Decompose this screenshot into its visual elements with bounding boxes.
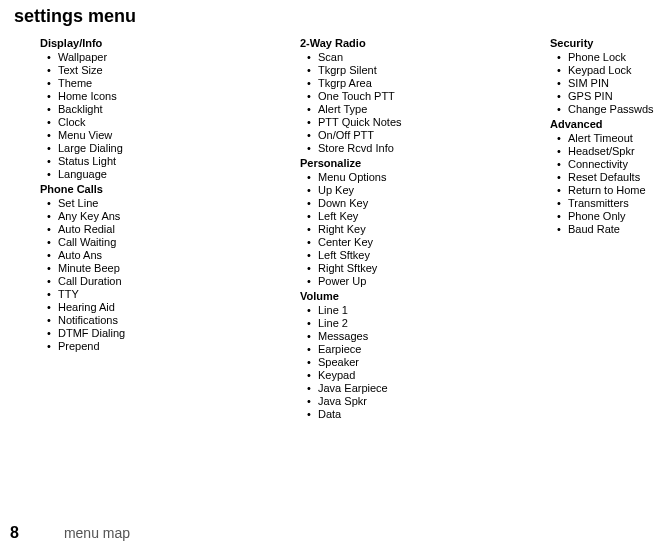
- list-item: Right Sftkey: [318, 262, 550, 275]
- list-item: Java Spkr: [318, 395, 550, 408]
- list-item: Phone Only: [568, 210, 663, 223]
- list-item: Hearing Aid: [58, 301, 290, 314]
- list-item: Tkgrp Silent: [318, 64, 550, 77]
- list-item: Set Line: [58, 197, 290, 210]
- list-item: Return to Home: [568, 184, 663, 197]
- list-item: Transmitters: [568, 197, 663, 210]
- list-item: Any Key Ans: [58, 210, 290, 223]
- list-item: Speaker: [318, 356, 550, 369]
- list-item: Headset/Spkr: [568, 145, 663, 158]
- list-item: Status Light: [58, 155, 290, 168]
- section-heading: Phone Calls: [40, 183, 290, 195]
- page-title: settings menu: [14, 6, 653, 27]
- list-item: Alert Timeout: [568, 132, 663, 145]
- list-item: Right Key: [318, 223, 550, 236]
- list-item: Clock: [58, 116, 290, 129]
- list-item: Keypad Lock: [568, 64, 663, 77]
- list-item: Java Earpiece: [318, 382, 550, 395]
- list-item: Menu Options: [318, 171, 550, 184]
- list-item: Phone Lock: [568, 51, 663, 64]
- list-item: Down Key: [318, 197, 550, 210]
- list-item: Notifications: [58, 314, 290, 327]
- list-item: Messages: [318, 330, 550, 343]
- list-item: PTT Quick Notes: [318, 116, 550, 129]
- list-item: Scan: [318, 51, 550, 64]
- list-item: TTY: [58, 288, 290, 301]
- list-item: Menu View: [58, 129, 290, 142]
- list-item: Backlight: [58, 103, 290, 116]
- section-heading: Security: [550, 37, 663, 49]
- list-item: Wallpaper: [58, 51, 290, 64]
- list-item: One Touch PTT: [318, 90, 550, 103]
- list-item: Up Key: [318, 184, 550, 197]
- list-item: Left Key: [318, 210, 550, 223]
- list-item: Large Dialing: [58, 142, 290, 155]
- list-item: Connectivity: [568, 158, 663, 171]
- list-item: Line 1: [318, 304, 550, 317]
- column-1: Display/Info Wallpaper Text Size Theme H…: [10, 35, 290, 423]
- list-item: GPS PIN: [568, 90, 663, 103]
- list-item: Tkgrp Area: [318, 77, 550, 90]
- page-footer: 8 menu map: [10, 524, 130, 542]
- list-item: Auto Redial: [58, 223, 290, 236]
- list-item: Power Up: [318, 275, 550, 288]
- menu-columns: Display/Info Wallpaper Text Size Theme H…: [10, 35, 653, 423]
- list-item: Alert Type: [318, 103, 550, 116]
- list-item: Minute Beep: [58, 262, 290, 275]
- section-heading: Display/Info: [40, 37, 290, 49]
- page-number: 8: [10, 524, 19, 542]
- list-item: Change Passwds: [568, 103, 663, 116]
- list-item: Prepend: [58, 340, 290, 353]
- column-2: 2-Way Radio Scan Tkgrp Silent Tkgrp Area…: [290, 35, 550, 423]
- list-item: Center Key: [318, 236, 550, 249]
- list-item: Earpiece: [318, 343, 550, 356]
- list-item: Baud Rate: [568, 223, 663, 236]
- list-item: Theme: [58, 77, 290, 90]
- list-item: Line 2: [318, 317, 550, 330]
- column-3: Security Phone Lock Keypad Lock SIM PIN …: [550, 35, 663, 423]
- list-item: Text Size: [58, 64, 290, 77]
- list-item: DTMF Dialing: [58, 327, 290, 340]
- section-heading: Personalize: [300, 157, 550, 169]
- list-item: SIM PIN: [568, 77, 663, 90]
- list-item: Call Duration: [58, 275, 290, 288]
- section-heading: 2-Way Radio: [300, 37, 550, 49]
- list-item: Auto Ans: [58, 249, 290, 262]
- list-item: Call Waiting: [58, 236, 290, 249]
- list-item: Keypad: [318, 369, 550, 382]
- list-item: On/Off PTT: [318, 129, 550, 142]
- list-item: Reset Defaults: [568, 171, 663, 184]
- list-item: Left Sftkey: [318, 249, 550, 262]
- list-item: Data: [318, 408, 550, 421]
- list-item: Store Rcvd Info: [318, 142, 550, 155]
- list-item: Language: [58, 168, 290, 181]
- section-heading: Advanced: [550, 118, 663, 130]
- footer-label: menu map: [64, 525, 130, 541]
- section-heading: Volume: [300, 290, 550, 302]
- list-item: Home Icons: [58, 90, 290, 103]
